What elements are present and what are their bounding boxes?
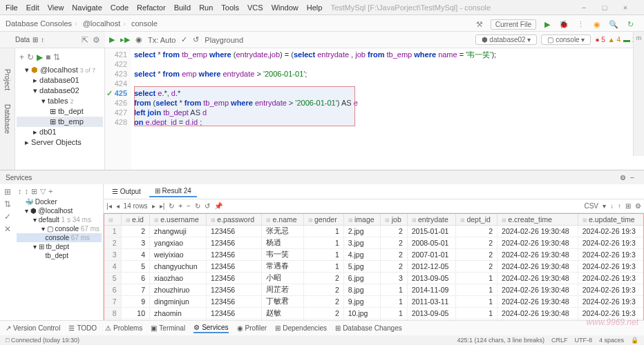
- menu-window[interactable]: Window: [272, 3, 299, 12]
- revert-icon[interactable]: ↺: [205, 202, 210, 210]
- m-icon[interactable]: m: [636, 34, 642, 41]
- hide-icon[interactable]: −: [630, 174, 634, 181]
- table-row[interactable]: 56xiaozhao123456小昭26.jpg32013-09-0512024…: [104, 273, 644, 284]
- menu-file[interactable]: File: [6, 3, 18, 12]
- tree-db[interactable]: ▾ database02: [17, 86, 103, 96]
- explain-icon[interactable]: ◉: [135, 35, 142, 44]
- stop-icon[interactable]: ◉: [591, 19, 603, 30]
- table-row[interactable]: 23yangxiao123456杨逍13.jpg22008-05-0122024…: [104, 237, 644, 249]
- host-node[interactable]: ▾ ⬢ @localhost: [17, 206, 102, 215]
- menu-tools[interactable]: Tools: [221, 3, 239, 12]
- console-node[interactable]: console 67 ms: [17, 233, 102, 242]
- datasource-pill[interactable]: ⬢ database02 ▾: [475, 34, 538, 45]
- column-header[interactable]: e.create_time: [498, 214, 578, 226]
- add-row-icon[interactable]: +: [178, 202, 182, 210]
- close-icon[interactable]: ✕: [1, 224, 14, 234]
- expand-icon[interactable]: ↕: [41, 36, 44, 43]
- layout-icon[interactable]: ⊞: [31, 187, 37, 196]
- column-header[interactable]: e.password: [207, 214, 262, 226]
- table-row[interactable]: 34weiyixiao123456韦一笑14.jpg22007-01-01220…: [104, 249, 644, 261]
- csv-select[interactable]: CSV: [584, 202, 598, 210]
- tree-server[interactable]: ▸ Server Objects: [17, 137, 103, 148]
- first-icon[interactable]: |◂: [106, 202, 112, 210]
- column-header[interactable]: entrydate: [407, 214, 455, 226]
- run-icon[interactable]: ▶: [542, 19, 553, 30]
- services-tab[interactable]: ⚙ Services: [193, 324, 228, 333]
- nav-filter-icon[interactable]: ⇅: [53, 52, 60, 62]
- lock-icon[interactable]: 🔒: [631, 337, 638, 344]
- table-row[interactable]: 45changyuchun123456常遇春15.jpg22012-12-052…: [104, 261, 644, 273]
- close-icon[interactable]: ×: [621, 3, 630, 12]
- tree-view-icon[interactable]: ⊞: [1, 187, 14, 197]
- breadcrumb-item[interactable]: @localhost: [83, 19, 129, 28]
- nav-run-icon[interactable]: ▶: [37, 52, 43, 62]
- refresh-icon[interactable]: ↻: [169, 202, 174, 210]
- menu-vcs[interactable]: VCS: [247, 3, 263, 12]
- cursor-pos[interactable]: 425:1 (124 chars, 3 line breaks): [457, 337, 544, 344]
- code-area[interactable]: select * from tb_emp where (entrydate,jo…: [131, 48, 644, 170]
- column-header[interactable]: image: [343, 214, 381, 226]
- del-row-icon[interactable]: −: [187, 202, 191, 210]
- table-row[interactable]: 79dingminjun123456丁敏君29.jpg12011-03-1112…: [104, 296, 644, 308]
- commit-icon[interactable]: ✓: [181, 35, 187, 44]
- column-header[interactable]: e.username: [150, 214, 207, 226]
- pin-icon[interactable]: 📌: [214, 202, 222, 210]
- tree-db[interactable]: ▸ database01: [17, 75, 103, 86]
- tbdept-child[interactable]: tb_dept: [17, 251, 102, 260]
- result-tab[interactable]: ⊞ Result 24: [149, 186, 197, 197]
- import-icon[interactable]: ↑: [618, 202, 621, 210]
- tbdept-node[interactable]: ▾ ⊞ tb_dept: [17, 242, 102, 251]
- last-icon[interactable]: ▸|: [160, 202, 165, 210]
- menu-code[interactable]: Code: [111, 3, 129, 12]
- console-node[interactable]: ▾ ▢ console 67 ms: [17, 224, 102, 233]
- check-icon[interactable]: ✓: [1, 212, 14, 221]
- line-sep[interactable]: CRLF: [551, 337, 568, 344]
- encoding[interactable]: UTF-8: [574, 337, 592, 344]
- nav-add-icon[interactable]: +: [19, 52, 24, 62]
- gear-icon[interactable]: ⚙: [93, 35, 100, 45]
- sync-icon[interactable]: ↻: [625, 19, 636, 30]
- docker-node[interactable]: 🐳 Docker: [17, 197, 102, 206]
- column-header[interactable]: e.id: [121, 214, 149, 226]
- view-icon[interactable]: ⊞: [625, 202, 631, 210]
- table-row[interactable]: 12zhangwuji123456张无忌12.jpg22015-01-01220…: [104, 226, 644, 237]
- menu-build[interactable]: Build: [174, 3, 191, 12]
- column-header[interactable]: gender: [303, 214, 343, 226]
- console-pill[interactable]: ▢ console ▾: [541, 34, 591, 45]
- collapse-icon[interactable]: ⇱: [82, 35, 88, 45]
- menu-view[interactable]: View: [48, 3, 64, 12]
- todo-tab[interactable]: ☰ TODO: [68, 324, 97, 332]
- column-header[interactable]: e.name: [262, 214, 303, 226]
- export-icon[interactable]: ↓: [610, 202, 614, 210]
- terminal-tab[interactable]: ▣ Terminal: [151, 324, 185, 332]
- commit-icon[interactable]: ↻: [195, 202, 200, 210]
- tree-tables[interactable]: ▾ tables 2: [17, 96, 103, 106]
- plus-icon[interactable]: +: [48, 187, 53, 196]
- result-grid[interactable]: e.ide.usernamee.passworde.namegenderimag…: [104, 213, 644, 329]
- minimize-icon[interactable]: −: [579, 3, 589, 12]
- problems-tab[interactable]: ⚠ Problems: [105, 324, 142, 332]
- nav-stop-icon[interactable]: ■: [46, 52, 50, 62]
- run-config[interactable]: Current File: [491, 19, 536, 30]
- more-icon[interactable]: ⋮: [575, 19, 586, 30]
- expand-icon[interactable]: ↕: [18, 187, 22, 196]
- hammer-icon[interactable]: ⚒: [474, 19, 485, 30]
- column-header[interactable]: e.update_time: [578, 214, 643, 226]
- nav-refresh-icon[interactable]: ↻: [27, 52, 34, 62]
- sql-editor[interactable]: ▶ ▸▶ ◉ Tx: Auto ✓ ↺ Playground ⬢ databas…: [105, 48, 644, 170]
- tree-table-item[interactable]: ⊞ tb_dept: [17, 106, 103, 117]
- tx-mode[interactable]: Tx: Auto: [148, 36, 176, 44]
- tree-table-item[interactable]: ⊞ tb_emp: [17, 117, 103, 127]
- exec-icon[interactable]: ▶: [109, 35, 115, 44]
- breadcrumb-item[interactable]: console: [131, 19, 158, 28]
- settings-icon[interactable]: ⊞: [32, 36, 38, 43]
- output-tab[interactable]: ☰ Output: [106, 186, 146, 197]
- menu-edit[interactable]: Edit: [26, 3, 39, 12]
- dbchanges-tab[interactable]: ⊞ Database Changes: [335, 324, 402, 332]
- filter-icon[interactable]: ▽: [40, 187, 46, 196]
- next-icon[interactable]: ▸: [152, 202, 155, 210]
- column-header[interactable]: [104, 214, 122, 226]
- table-row[interactable]: 810zhaomin123456赵敏210.jpg12013-09-051202…: [104, 308, 644, 319]
- tree-host[interactable]: ▾ ⬢ @localhost 3 of 7: [17, 65, 103, 75]
- rollback-icon[interactable]: ↺: [193, 35, 199, 44]
